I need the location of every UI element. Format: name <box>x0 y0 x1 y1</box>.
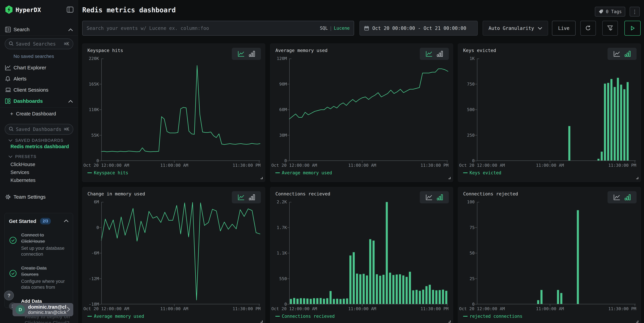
resize-handle[interactable] <box>636 177 638 179</box>
line-chart-icon[interactable] <box>614 194 620 200</box>
sidebar-item-label: Chart Explorer <box>14 65 46 70</box>
play-icon <box>630 26 635 31</box>
chart-legend[interactable]: Average memory used <box>88 314 144 319</box>
date-range-picker[interactable]: Oct 20 00:00:00 - Oct 21 00:00:00 <box>360 21 478 36</box>
sidebar-item-clickhouse[interactable]: ClickHouse <box>10 162 35 167</box>
app-root: HyperDX Search ⌘K No save <box>0 0 644 323</box>
check-circle-icon <box>9 265 21 290</box>
avatar: D <box>16 305 25 315</box>
bar-chart-icon[interactable] <box>437 194 443 201</box>
chevron-up-icon[interactable] <box>64 220 68 223</box>
live-button[interactable]: Live <box>552 21 576 36</box>
chart-legend[interactable]: rejected connections <box>463 314 522 319</box>
chart-type-toggle <box>608 191 636 203</box>
sidebar-item-services[interactable]: Services <box>10 170 29 175</box>
chart-type-toggle <box>232 191 261 203</box>
filter-button[interactable] <box>602 21 618 36</box>
get-started-title: Get Started <box>9 218 36 224</box>
chart-type-toggle <box>420 191 449 203</box>
get-started-step-connect[interactable]: Connect to ClickHouse Set up your databa… <box>9 232 68 257</box>
create-dashboard-button[interactable]: + Create Dashboard <box>10 111 56 117</box>
plot-area <box>477 202 636 304</box>
saved-dashboards-header[interactable]: SAVED DASHBOARDS <box>8 138 64 143</box>
user-menu[interactable]: D dominic.tran@clic... dominic.tran@clic… <box>12 303 73 316</box>
saved-searches-field[interactable] <box>16 41 64 47</box>
laptop-icon <box>5 87 13 92</box>
search-icon <box>9 41 14 46</box>
chart-card-connections-rejected: Connections rejected 1007550250 Oct 20 1… <box>458 187 641 323</box>
sidebar-item-dashboards[interactable]: Dashboards <box>0 95 78 107</box>
resize-handle[interactable] <box>448 177 450 179</box>
tag-icon <box>598 9 604 14</box>
progress-badge: 2/3 <box>40 218 51 224</box>
chevron-down-icon <box>8 155 12 158</box>
resize-handle[interactable] <box>260 321 262 323</box>
sidebar-header: HyperDX <box>5 5 74 14</box>
collapse-sidebar-icon[interactable] <box>67 6 74 13</box>
plot-area <box>101 202 260 304</box>
sidebar: HyperDX Search ⌘K No save <box>0 0 78 323</box>
saved-dashboards-input[interactable]: ⌘K <box>5 124 73 135</box>
chart-type-toggle <box>232 48 261 60</box>
chevron-up-icon[interactable] <box>68 27 73 32</box>
event-search-input[interactable]: SQL|Lucene <box>82 21 354 36</box>
line-chart-icon[interactable] <box>238 51 244 57</box>
sidebar-item-kubernetes[interactable]: Kubernetes <box>10 178 36 183</box>
line-chart-icon[interactable] <box>426 51 432 57</box>
resize-handle[interactable] <box>636 321 638 323</box>
granularity-select[interactable]: Auto Granularity <box>482 21 548 36</box>
saved-dashboards-field[interactable] <box>16 127 64 132</box>
sidebar-item-alerts[interactable]: Alerts <box>0 73 78 84</box>
step-desc: Configure where your data comes from <box>21 279 67 290</box>
create-dashboard-label: Create Dashboard <box>16 111 56 117</box>
user-email: dominic.tran@clickho... <box>28 310 66 315</box>
step-title: Create Data Sources <box>21 265 63 278</box>
line-chart-icon[interactable] <box>614 51 620 57</box>
bar-chart-icon[interactable] <box>249 51 255 57</box>
presets-header[interactable]: PRESETS <box>8 154 36 159</box>
sidebar-item-team-settings[interactable]: Team Settings <box>0 191 78 203</box>
chart-legend[interactable]: Keys evicted <box>463 170 501 175</box>
chart-title: Keyspace hits <box>88 48 123 53</box>
sidebar-item-label: Team Settings <box>14 194 46 200</box>
saved-searches-input[interactable]: ⌘K <box>5 38 73 49</box>
plot-area <box>101 58 260 161</box>
bell-icon <box>5 76 13 82</box>
plus-icon: + <box>10 111 13 117</box>
chart-legend[interactable]: Connections recieved <box>276 314 335 319</box>
help-button[interactable]: ? <box>4 291 14 300</box>
shortcut-hint: ⌘K <box>64 127 69 132</box>
chart-card-connections-received: Connections recieved 2.2K1.7K1.1K5500 Oc… <box>270 187 453 323</box>
sidebar-item-chart-explorer[interactable]: Chart Explorer <box>0 62 78 73</box>
event-search-field[interactable] <box>86 25 320 31</box>
plot-area <box>477 58 636 161</box>
resize-handle[interactable] <box>260 177 262 179</box>
tags-button[interactable]: 0 Tags <box>595 7 625 16</box>
chart-title: Keys evicted <box>463 48 496 53</box>
bar-chart-icon[interactable] <box>249 194 255 201</box>
run-query-button[interactable] <box>624 21 640 36</box>
line-chart-icon[interactable] <box>238 194 244 200</box>
sidebar-item-label: Dashboards <box>14 98 43 104</box>
main-content: Redis metrics dashboard 0 Tags ⋮ SQL|Luc… <box>78 0 644 323</box>
sidebar-item-client-sessions[interactable]: Client Sessions <box>0 84 78 95</box>
step-title: Connect to ClickHouse <box>21 232 63 244</box>
sidebar-item-redis-dashboard[interactable]: Redis metrics dashboard <box>10 144 69 149</box>
bar-chart-icon[interactable] <box>624 194 631 201</box>
refresh-button[interactable] <box>580 21 596 36</box>
dashboard-menu-button[interactable]: ⋮ <box>630 7 640 16</box>
bar-chart-icon[interactable] <box>437 51 443 57</box>
chart-legend[interactable]: Average memory used <box>276 170 332 175</box>
get-started-step-sources[interactable]: Create Data Sources Configure where your… <box>9 265 68 290</box>
chevron-up-icon[interactable] <box>68 98 73 104</box>
query-language-toggle[interactable]: SQL|Lucene <box>320 26 350 31</box>
sidebar-item-search[interactable]: Search <box>0 24 78 35</box>
sidebar-item-label: Client Sessions <box>14 87 48 93</box>
bar-chart-icon[interactable] <box>624 51 631 57</box>
plot-area <box>289 58 448 161</box>
date-range-value: Oct 20 00:00:00 - Oct 21 00:00:00 <box>372 25 466 31</box>
chart-legend[interactable]: Keyspace hits <box>88 170 128 175</box>
line-chart-icon[interactable] <box>426 194 432 200</box>
chart-card-average-memory: Average memory used 120M90M60M30M0 Oct 2… <box>270 43 453 182</box>
resize-handle[interactable] <box>448 321 450 323</box>
